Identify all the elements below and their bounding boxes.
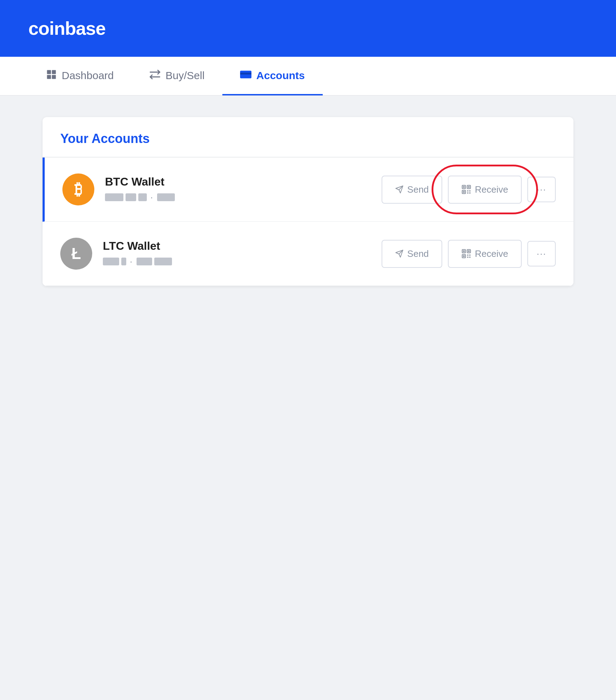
- btc-wallet-balance: ·: [105, 192, 371, 204]
- nav-item-accounts[interactable]: Accounts: [222, 57, 323, 95]
- svg-rect-15: [469, 192, 471, 194]
- nav-accounts-label: Accounts: [256, 70, 305, 82]
- accounts-header: Your Accounts: [43, 117, 573, 158]
- svg-rect-25: [469, 257, 471, 258]
- btc-more-label: ···: [537, 184, 546, 195]
- ltc-balance-blurred: ·: [103, 256, 172, 267]
- svg-rect-0: [47, 70, 51, 74]
- ltc-account-actions: Send Receive: [382, 240, 556, 268]
- blur-7: [137, 258, 152, 265]
- ltc-more-label: ···: [537, 248, 546, 259]
- svg-rect-7: [463, 186, 465, 188]
- btc-balance-blurred: ·: [105, 192, 175, 203]
- svg-rect-13: [469, 190, 471, 192]
- blur-5: [103, 258, 119, 265]
- svg-rect-17: [463, 250, 465, 252]
- ltc-account-info: LTC Wallet ·: [103, 239, 371, 268]
- blur-8: [154, 258, 172, 265]
- logo: coinbase: [28, 18, 105, 39]
- blur-1: [105, 193, 123, 201]
- ltc-send-icon: [395, 249, 404, 258]
- balance-dot: ·: [150, 192, 154, 203]
- ltc-receive-label: Receive: [475, 248, 508, 259]
- ltc-wallet-balance: ·: [103, 256, 371, 268]
- svg-rect-21: [463, 255, 465, 257]
- btc-more-button[interactable]: ···: [527, 177, 556, 202]
- nav-item-buysell[interactable]: Buy/Sell: [132, 57, 222, 95]
- svg-rect-22: [467, 254, 468, 256]
- buysell-icon: [149, 70, 161, 82]
- svg-rect-9: [468, 186, 470, 188]
- account-row-ltc: Ł LTC Wallet ·: [43, 222, 573, 286]
- svg-rect-19: [468, 250, 470, 252]
- btc-send-label: Send: [407, 184, 429, 195]
- ltc-qr-icon: [461, 249, 471, 259]
- ltc-receive-button[interactable]: Receive: [448, 240, 522, 268]
- blur-3: [138, 193, 147, 201]
- send-icon: [395, 185, 404, 194]
- qr-icon: [461, 184, 471, 194]
- nav-dashboard-label: Dashboard: [62, 70, 114, 82]
- blur-2: [126, 193, 136, 201]
- nav-buysell-label: Buy/Sell: [166, 70, 205, 82]
- svg-rect-3: [52, 75, 56, 79]
- ltc-coin-icon: Ł: [60, 238, 92, 270]
- dashboard-icon: [46, 69, 57, 82]
- btc-receive-wrapper: Receive: [448, 176, 522, 204]
- nav-item-dashboard[interactable]: Dashboard: [28, 57, 132, 95]
- account-row-btc: ₿ BTC Wallet ·: [43, 158, 573, 222]
- navbar: Dashboard Buy/Sell Accounts: [0, 57, 616, 96]
- accounts-icon: [240, 70, 251, 82]
- balance-dot-2: ·: [130, 256, 133, 267]
- svg-rect-1: [52, 70, 56, 74]
- btc-receive-label: Receive: [475, 184, 508, 195]
- ltc-more-button[interactable]: ···: [527, 241, 556, 266]
- btc-coin-icon: ₿: [62, 173, 94, 205]
- btc-send-button[interactable]: Send: [382, 176, 442, 204]
- btc-receive-button[interactable]: Receive: [448, 176, 522, 204]
- svg-rect-23: [469, 254, 471, 256]
- btc-wallet-name: BTC Wallet: [105, 175, 371, 188]
- svg-rect-14: [467, 192, 468, 194]
- blur-6: [121, 258, 126, 265]
- btc-account-info: BTC Wallet ·: [105, 175, 371, 204]
- accounts-card: Your Accounts ₿ BTC Wallet ·: [43, 117, 573, 286]
- svg-rect-12: [467, 190, 468, 192]
- svg-rect-11: [463, 191, 465, 193]
- ltc-send-button[interactable]: Send: [382, 240, 442, 268]
- svg-rect-2: [47, 75, 51, 79]
- header: coinbase: [0, 0, 616, 57]
- btc-account-actions: Send: [382, 176, 556, 204]
- accounts-title: Your Accounts: [60, 131, 556, 146]
- main-content: Your Accounts ₿ BTC Wallet ·: [0, 96, 616, 307]
- blur-4: [157, 193, 175, 201]
- ltc-wallet-name: LTC Wallet: [103, 239, 371, 253]
- ltc-send-label: Send: [407, 248, 429, 259]
- svg-rect-5: [240, 72, 251, 74]
- svg-rect-24: [467, 257, 468, 258]
